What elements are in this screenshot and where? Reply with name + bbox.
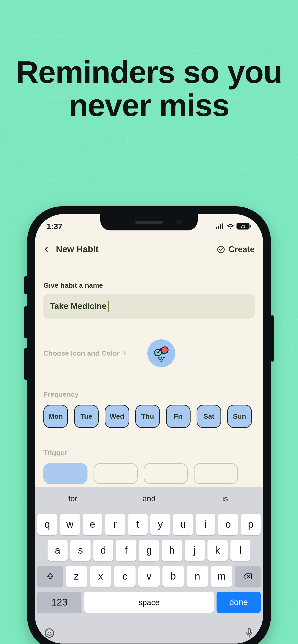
emoji-icon (44, 628, 55, 638)
wifi-icon (227, 224, 234, 229)
emoji-button[interactable] (44, 628, 55, 638)
trigger-chip[interactable] (43, 463, 88, 484)
page-title: New Habit (56, 244, 99, 254)
create-button[interactable]: Create (217, 244, 255, 254)
habit-icon-preview[interactable] (147, 340, 175, 367)
svg-point-12 (162, 359, 163, 360)
suggestion[interactable]: is (187, 487, 263, 510)
key-j[interactable]: j (185, 540, 205, 561)
backspace-icon (243, 573, 252, 580)
key-r[interactable]: r (105, 514, 125, 535)
key-n[interactable]: n (187, 566, 208, 587)
key-done[interactable]: done (216, 592, 261, 613)
chevron-right-icon (122, 351, 127, 356)
create-label: Create (229, 244, 255, 254)
back-icon[interactable] (43, 246, 50, 252)
habit-name-label: Give habit a name (43, 282, 255, 289)
day-chip-sat[interactable]: Sat (197, 405, 221, 428)
key-h[interactable]: h (162, 540, 182, 561)
day-chip-thu[interactable]: Thu (135, 405, 160, 428)
phone-screen: 1:37 73 New Habit (35, 214, 263, 644)
day-chip-fri[interactable]: Fri (166, 405, 191, 428)
svg-point-13 (161, 361, 162, 362)
shift-icon (46, 572, 54, 580)
trigger-chip[interactable] (94, 463, 138, 484)
key-d[interactable]: d (93, 540, 113, 561)
day-chip-wed[interactable]: Wed (105, 405, 129, 428)
key-f[interactable]: f (116, 540, 136, 561)
nav-header: New Habit Create (35, 244, 263, 254)
svg-point-8 (158, 357, 160, 359)
keyboard: for and is q w e r t y u i o p (35, 487, 263, 644)
key-backspace[interactable] (235, 566, 261, 587)
pill-icon (151, 343, 171, 364)
key-o[interactable]: o (218, 514, 238, 535)
day-chip-tue[interactable]: Tue (74, 405, 99, 428)
day-chip-mon[interactable]: Mon (43, 405, 68, 428)
hero-title: Reminders so you never miss (0, 56, 298, 122)
key-space[interactable]: space (84, 592, 214, 613)
svg-point-11 (159, 359, 161, 360)
key-m[interactable]: m (211, 566, 232, 587)
key-g[interactable]: g (139, 540, 159, 561)
key-a[interactable]: a (48, 540, 68, 561)
suggestion[interactable]: and (111, 487, 187, 510)
key-x[interactable]: x (90, 566, 111, 587)
status-time: 1:37 (47, 222, 63, 231)
key-p[interactable]: p (241, 514, 261, 535)
mic-icon (245, 628, 254, 639)
key-q[interactable]: q (37, 514, 57, 535)
svg-point-14 (45, 629, 54, 638)
svg-rect-17 (248, 628, 250, 633)
key-t[interactable]: t (128, 514, 148, 535)
trigger-chip[interactable] (194, 463, 238, 484)
choose-icon-label: Choose Icon and Color (43, 349, 120, 357)
checkmark-circle-icon (217, 246, 225, 254)
phone-frame: 1:37 73 New Habit (27, 206, 271, 644)
key-c[interactable]: c (114, 566, 136, 587)
key-k[interactable]: k (207, 540, 227, 561)
phone-notch (100, 214, 198, 230)
text-caret (108, 301, 109, 312)
key-y[interactable]: y (150, 514, 170, 535)
svg-point-16 (50, 632, 51, 633)
key-v[interactable]: v (138, 566, 160, 587)
key-i[interactable]: i (196, 514, 215, 535)
key-b[interactable]: b (162, 566, 184, 587)
key-e[interactable]: e (83, 514, 102, 535)
trigger-chip[interactable] (144, 463, 188, 484)
habit-name-value: Take Medicine (50, 301, 106, 311)
trigger-label: Trigger (43, 449, 255, 457)
key-s[interactable]: s (70, 540, 90, 561)
key-w[interactable]: w (60, 514, 80, 535)
suggestion[interactable]: for (35, 487, 111, 510)
habit-name-input[interactable]: Take Medicine (43, 294, 255, 318)
svg-point-10 (163, 357, 165, 359)
key-123[interactable]: 123 (37, 592, 82, 613)
day-chip-sun[interactable]: Sun (227, 405, 252, 428)
choose-icon-button[interactable]: Choose Icon and Color (43, 349, 127, 357)
frequency-label: Frequency (43, 390, 255, 398)
battery-indicator: 73 (236, 223, 251, 230)
suggestion-bar: for and is (35, 487, 263, 510)
frequency-days: Mon Tue Wed Thu Fri Sat Sun (43, 405, 255, 428)
svg-point-15 (48, 632, 49, 633)
key-l[interactable]: l (230, 540, 250, 561)
signal-icon (216, 224, 224, 229)
svg-point-9 (161, 357, 162, 359)
battery-level: 73 (236, 223, 249, 230)
key-shift[interactable] (37, 566, 63, 587)
trigger-options (43, 463, 255, 484)
key-u[interactable]: u (173, 514, 193, 535)
key-z[interactable]: z (66, 566, 87, 587)
dictation-button[interactable] (245, 628, 254, 639)
